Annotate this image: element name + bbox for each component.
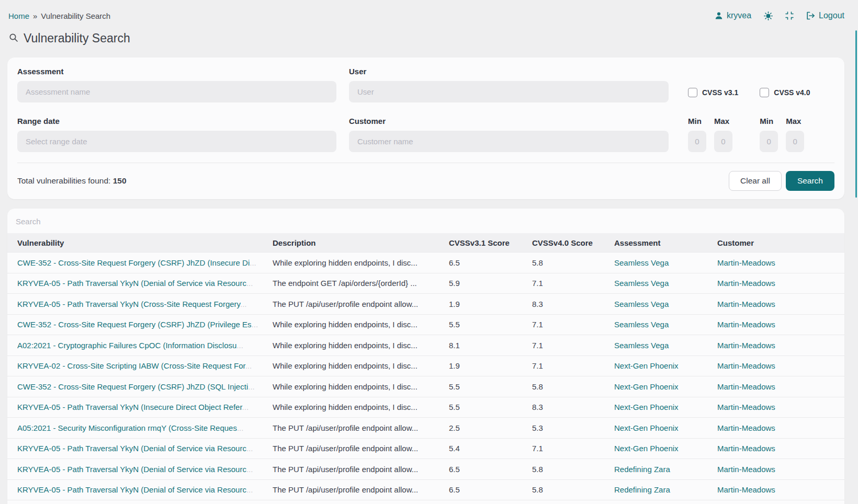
vulnerability-link[interactable]: KRYVEA-05 - Path Traversal YkyN (Denial … (17, 465, 246, 474)
customer-link[interactable]: Martin-Meadows (717, 300, 775, 308)
cvss40-score-cell: 5.8 (532, 382, 614, 391)
filter-col-1: Assessment Range date (17, 67, 336, 152)
customer-link[interactable]: Martin-Meadows (717, 382, 775, 391)
customer-cell: Martin-Meadows (717, 444, 844, 453)
vulnerability-link[interactable]: KRYVEA-02 - Cross-Site Scripting IABW (C… (17, 361, 245, 370)
customer-label: Customer (349, 117, 669, 126)
cvss40-max-input[interactable] (786, 131, 804, 152)
assessment-link[interactable]: Next-Gen Phoenix (614, 361, 679, 370)
table-search-input[interactable] (7, 217, 844, 226)
truncation-ellipsis: ... (246, 465, 253, 474)
assessment-cell: Seamless Vega (614, 279, 717, 288)
vulnerability-cell: KRYVEA-05 - Path Traversal YkyN (Insecur… (17, 403, 273, 411)
customer-link[interactable]: Martin-Meadows (717, 423, 775, 432)
cvss31-score-cell: 1.9 (449, 361, 532, 370)
cvss31-max-input[interactable] (714, 131, 732, 152)
page-scrollbar-thumb[interactable] (855, 30, 857, 198)
description-cell: The PUT /api/user/profile endpoint allow… (273, 300, 449, 308)
customer-link[interactable]: Martin-Meadows (717, 320, 775, 329)
column-header: CVSSv3.1 Score (449, 238, 532, 247)
clear-all-button[interactable]: Clear all (729, 171, 782, 191)
customer-link[interactable]: Martin-Meadows (717, 444, 775, 453)
vulnerability-cell: KRYVEA-02 - Cross-Site Scripting IABW (C… (17, 361, 273, 370)
vulnerability-link[interactable]: KRYVEA-05 - Path Traversal YkyN (Denial … (17, 444, 246, 453)
vulnerability-link[interactable]: KRYVEA-05 - Path Traversal YkyN (Cross-S… (17, 300, 240, 308)
vulnerability-link[interactable]: KRYVEA-05 - Path Traversal YkyN (Denial … (17, 279, 246, 288)
description-cell: While exploring hidden endpoints, I disc… (273, 320, 449, 329)
vulnerability-link[interactable]: A05:2021 - Security Misconfiguration rmq… (17, 423, 237, 432)
topbar-right: kryvea (715, 11, 844, 20)
customer-link[interactable]: Martin-Meadows (717, 361, 775, 370)
total-vulnerabilities: Total vulnerabilities found: 150 (17, 176, 127, 186)
assessment-label: Assessment (17, 67, 336, 76)
results-card: VulnerabilityDescriptionCVSSv3.1 ScoreCV… (7, 209, 844, 504)
customer-link[interactable]: Martin-Meadows (717, 403, 775, 411)
table-row: A02:2021 - Cryptographic Failures CpOC (… (7, 335, 844, 356)
assessment-link[interactable]: Redefining Zara (614, 485, 670, 494)
vulnerability-link[interactable]: CWE-352 - Cross-Site Request Forgery (CS… (17, 320, 252, 329)
search-button[interactable]: Search (786, 171, 834, 191)
vulnerability-link[interactable]: CWE-352 - Cross-Site Request Forgery (CS… (17, 382, 248, 391)
filter-footer: Total vulnerabilities found: 150 Clear a… (17, 163, 834, 191)
user-menu[interactable]: kryvea (715, 11, 751, 20)
assessment-input[interactable] (17, 81, 336, 102)
description-cell: The endpoint GET /api/orders/{orderId} .… (273, 279, 449, 288)
assessment-cell: Redefining Zara (614, 485, 717, 494)
description-cell: While exploring hidden endpoints, I disc… (273, 258, 449, 267)
cvss31-min-label: Min (688, 117, 706, 126)
breadcrumb-home-link[interactable]: Home (8, 12, 29, 20)
vulnerability-link[interactable]: KRYVEA-05 - Path Traversal YkyN (Denial … (17, 485, 246, 494)
truncation-ellipsis: ... (236, 341, 243, 350)
table-row: A05:2021 - Security Misconfiguration rmq… (7, 417, 844, 438)
customer-link[interactable]: Martin-Meadows (717, 258, 775, 267)
cvss40-min-input[interactable] (760, 131, 778, 152)
assessment-link[interactable]: Seamless Vega (614, 300, 669, 308)
customer-cell: Martin-Meadows (717, 382, 844, 391)
assessment-link[interactable]: Seamless Vega (614, 279, 669, 288)
customer-link[interactable]: Martin-Meadows (717, 465, 775, 474)
table-row: CWE-352 - Cross-Site Request Forgery (CS… (7, 252, 844, 273)
vulnerability-link[interactable]: A02:2021 - Cryptographic Failures CpOC (… (17, 341, 236, 350)
cvss31-min-input[interactable] (688, 131, 706, 152)
compress-icon (785, 12, 794, 20)
table-row: KRYVEA-05 - Path Traversal YkyN (Insecur… (7, 397, 844, 418)
compress-view-button[interactable] (785, 12, 794, 20)
topbar: Home » Vulnerability Search kryvea (0, 0, 858, 21)
assessment-link[interactable]: Redefining Zara (614, 465, 670, 474)
description-cell: While exploring hidden endpoints, I disc… (273, 361, 449, 370)
cvss31-score-cell: 8.1 (449, 341, 532, 350)
cvss31-checkbox[interactable] (688, 88, 697, 97)
customer-input[interactable] (349, 131, 669, 152)
customer-link[interactable]: Martin-Meadows (717, 341, 775, 350)
cvss40-checkbox[interactable] (760, 88, 769, 97)
cvss40-group: CVSS v4.0 Min Max (760, 67, 810, 152)
cvss40-max-label: Max (786, 117, 804, 126)
filter-col-2: User Customer (349, 67, 669, 152)
assessment-cell: Redefining Zara (614, 465, 717, 474)
logout-button[interactable]: Logout (806, 11, 844, 20)
cvss40-score-cell: 7.1 (532, 444, 614, 453)
cvss40-label: CVSS v4.0 (774, 88, 810, 97)
assessment-link[interactable]: Next-Gen Phoenix (614, 444, 679, 453)
assessment-link[interactable]: Seamless Vega (614, 341, 669, 350)
customer-cell: Martin-Meadows (717, 258, 844, 267)
user-icon (715, 12, 723, 20)
username: kryvea (727, 11, 751, 20)
theme-toggle[interactable] (764, 12, 773, 20)
cvss31-score-cell: 5.9 (449, 279, 532, 288)
customer-link[interactable]: Martin-Meadows (717, 485, 775, 494)
vulnerability-link[interactable]: CWE-352 - Cross-Site Request Forgery (CS… (17, 258, 250, 267)
assessment-link[interactable]: Next-Gen Phoenix (614, 403, 679, 411)
vulnerability-link[interactable]: KRYVEA-05 - Path Traversal YkyN (Insecur… (17, 403, 242, 411)
user-input[interactable] (349, 81, 669, 102)
column-header: Vulnerability (17, 238, 273, 247)
vulnerability-cell: CWE-352 - Cross-Site Request Forgery (CS… (17, 320, 273, 329)
range-date-label: Range date (17, 117, 336, 126)
assessment-link[interactable]: Next-Gen Phoenix (614, 382, 679, 391)
range-date-input[interactable] (17, 131, 336, 152)
assessment-link[interactable]: Next-Gen Phoenix (614, 423, 679, 432)
assessment-link[interactable]: Seamless Vega (614, 320, 669, 329)
customer-link[interactable]: Martin-Meadows (717, 279, 775, 288)
cvss31-group: CVSS v3.1 Min Max (688, 67, 738, 152)
assessment-link[interactable]: Seamless Vega (614, 258, 669, 267)
